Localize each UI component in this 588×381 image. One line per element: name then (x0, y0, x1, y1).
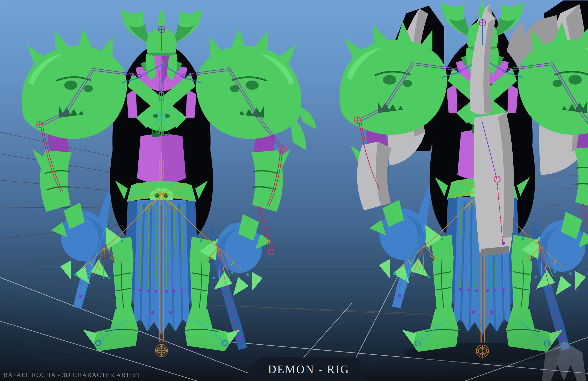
viewport-canvas: DEMON - RIG RAFAEL ROCHA - 3D CHARACTER … (0, 0, 588, 381)
page-title: DEMON - RIG (268, 363, 350, 376)
artist-credit: RAFAEL ROCHA - 3D CHARACTER ARTIST (3, 371, 141, 379)
title-banner: DEMON - RIG (238, 358, 371, 381)
demon-figure-right (339, 0, 588, 363)
demon-figure-left (22, 7, 316, 357)
viewport-render (0, 0, 588, 381)
crown-gem-logo-icon (540, 338, 588, 381)
